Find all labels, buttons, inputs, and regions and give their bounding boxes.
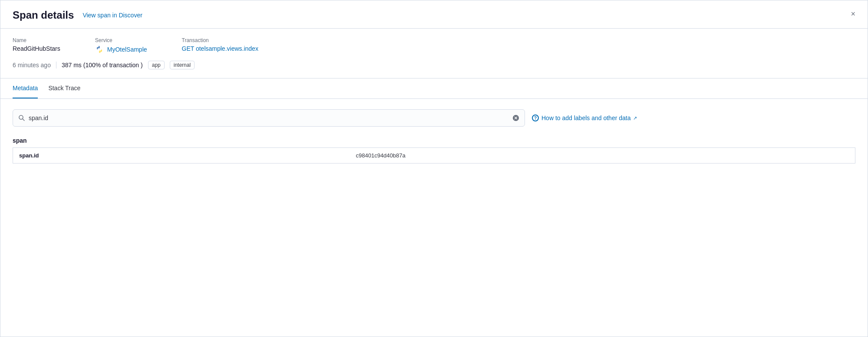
table-row: span.id c98401c94d40b87a <box>13 148 855 164</box>
close-button[interactable]: × <box>849 8 857 20</box>
group-title-span: span <box>13 137 855 144</box>
badge-app: app <box>148 61 165 69</box>
transaction-link[interactable]: GET otelsample.views.index <box>182 45 258 52</box>
search-icon <box>18 115 25 121</box>
help-icon: ? <box>532 115 539 121</box>
name-value: ReadGitHubStars <box>13 45 60 52</box>
row-value: c98401c94d40b87a <box>350 148 855 164</box>
tabs-section: Metadata Stack Trace <box>0 79 868 99</box>
help-link-label: How to add labels and other data <box>541 115 630 121</box>
badge-internal: internal <box>170 61 195 69</box>
external-link-icon: ↗ <box>633 115 637 121</box>
panel-header: Span details View span in Discover × <box>0 0 868 29</box>
tab-stack-trace[interactable]: Stack Trace <box>48 79 80 98</box>
python-icon <box>95 45 104 54</box>
content-section: ? How to add labels and other data ↗ spa… <box>0 99 868 174</box>
data-groups: span span.id c98401c94d40b87a <box>13 137 855 164</box>
tab-metadata[interactable]: Metadata <box>13 79 38 98</box>
service-field: Service <box>95 37 147 54</box>
search-input[interactable] <box>29 115 512 121</box>
time-ago: 6 minutes ago <box>13 62 51 69</box>
meta-row: 6 minutes ago 387 ms (100% of transactio… <box>13 61 855 69</box>
span-info-section: Name ReadGitHubStars Service <box>0 29 868 79</box>
service-link[interactable]: MyOtelSample <box>107 46 147 53</box>
transaction-label: Transaction <box>182 37 258 43</box>
service-label: Service <box>95 37 147 43</box>
info-grid: Name ReadGitHubStars Service <box>13 37 855 54</box>
duration: 387 ms (100% of transaction ) <box>56 62 143 69</box>
help-link[interactable]: ? How to add labels and other data ↗ <box>532 115 637 121</box>
span-data-table: span.id c98401c94d40b87a <box>13 147 855 164</box>
svg-line-1 <box>23 119 24 121</box>
service-value: MyOtelSample <box>95 45 147 54</box>
name-field: Name ReadGitHubStars <box>13 37 60 54</box>
tabs: Metadata Stack Trace <box>13 79 855 98</box>
span-details-panel: Span details View span in Discover × Nam… <box>0 0 868 337</box>
view-span-link[interactable]: View span in Discover <box>83 12 142 19</box>
search-wrapper <box>13 109 525 127</box>
search-clear-button[interactable] <box>512 115 519 121</box>
name-label: Name <box>13 37 60 43</box>
search-row: ? How to add labels and other data ↗ <box>13 109 855 127</box>
row-key: span.id <box>13 148 350 164</box>
panel-title: Span details <box>13 9 74 21</box>
transaction-field: Transaction GET otelsample.views.index <box>182 37 258 54</box>
